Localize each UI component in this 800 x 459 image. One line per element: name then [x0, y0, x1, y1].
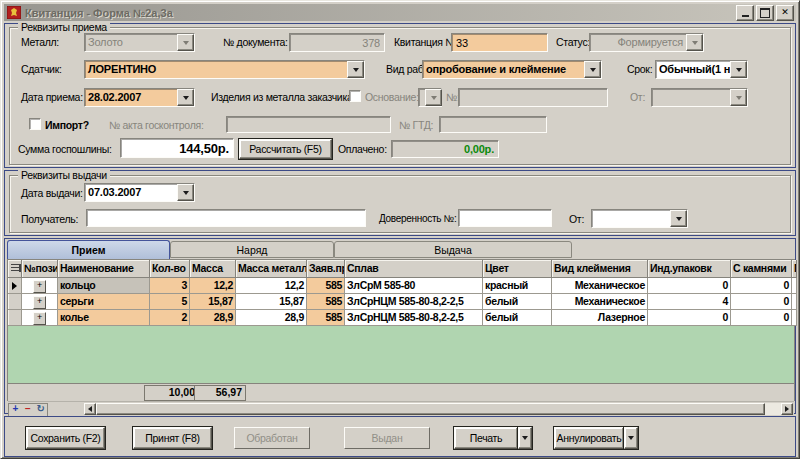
- chevron-down-icon[interactable]: [730, 61, 747, 78]
- expand-row-button[interactable]: +: [33, 312, 46, 325]
- cell-stamping[interactable]: Механическое: [552, 294, 648, 310]
- chevron-down-icon[interactable]: [347, 61, 364, 78]
- col-stamping[interactable]: Вид клеймения: [552, 260, 648, 278]
- annul-dropdown-button[interactable]: [624, 427, 638, 449]
- table-row[interactable]: + колье 2 28,9 28,9 585 ЗлСрНЦМ 585-80-8…: [8, 310, 794, 326]
- chevron-down-icon[interactable]: [177, 89, 194, 106]
- reception-date-picker[interactable]: 28.02.2007: [84, 88, 195, 107]
- cell-stones[interactable]: 0: [731, 310, 792, 326]
- cell-alloy[interactable]: ЗлСрМ 585-80: [345, 278, 483, 294]
- cell-metal-mass[interactable]: 12,2: [236, 278, 307, 294]
- cell-alloy[interactable]: ЗлСрНЦМ 585-80-8,2-2,5: [345, 310, 483, 326]
- add-row-icon[interactable]: +: [9, 404, 22, 416]
- grid-panel: Прием Наряд Выдача №пози Наименование Ко…: [4, 238, 796, 414]
- col-stones[interactable]: С камнями: [731, 260, 792, 278]
- state-control-act-field: [226, 116, 391, 133]
- print-button-label: Печать: [470, 432, 503, 444]
- col-mass[interactable]: Масса: [190, 260, 236, 278]
- cell-stamping[interactable]: Механическое: [552, 278, 648, 294]
- items-grid: №пози Наименование Кол-во Масса Масса ме…: [7, 259, 795, 401]
- cell-mass[interactable]: 28,9: [190, 310, 236, 326]
- cell-name[interactable]: колье: [58, 310, 150, 326]
- import-label: Импорт?: [45, 119, 89, 131]
- proxy-number-field[interactable]: [458, 209, 552, 227]
- sdatchik-combobox[interactable]: ЛОРЕНТИНО: [84, 60, 365, 79]
- maximize-button[interactable]: [756, 5, 774, 21]
- cell-packing[interactable]: 0: [648, 278, 731, 294]
- issue-from-combobox[interactable]: [591, 209, 688, 228]
- col-packing[interactable]: Инд.упаковк: [648, 260, 731, 278]
- print-button[interactable]: Печать: [454, 427, 518, 449]
- cell-color[interactable]: белый: [483, 310, 552, 326]
- cell-proba[interactable]: 585: [307, 294, 345, 310]
- cell-color[interactable]: белый: [483, 294, 552, 310]
- recipient-field[interactable]: [86, 209, 366, 227]
- col-alloy[interactable]: Сплав: [345, 260, 483, 278]
- cell-packing[interactable]: 4: [648, 294, 731, 310]
- current-row-icon: [12, 282, 17, 290]
- customer-metal-checkbox[interactable]: [349, 90, 361, 102]
- grid-corner-cell[interactable]: [8, 260, 22, 278]
- arrow-right-icon: [785, 406, 789, 412]
- close-button[interactable]: ✕: [776, 5, 794, 21]
- title-bar[interactable]: Квитанция - Форма №2а,3а ✕: [4, 4, 796, 21]
- print-dropdown-button[interactable]: [518, 427, 532, 449]
- scroll-left-button[interactable]: [84, 403, 96, 415]
- cell-qty[interactable]: 3: [150, 278, 190, 294]
- processed-button: Обработан: [234, 427, 310, 449]
- col-extra[interactable]: П: [792, 260, 797, 278]
- cell-mass[interactable]: 12,2: [190, 278, 236, 294]
- horizontal-scrollbar[interactable]: [84, 403, 793, 415]
- maximize-icon: [760, 8, 770, 18]
- expand-row-button[interactable]: +: [33, 296, 46, 309]
- work-type-combobox[interactable]: опробование и клеймение: [422, 60, 602, 79]
- col-position[interactable]: №пози: [22, 260, 58, 278]
- scroll-right-button[interactable]: [781, 403, 793, 415]
- cell-stamping[interactable]: Лазерное: [552, 310, 648, 326]
- chevron-down-icon[interactable]: [584, 61, 601, 78]
- col-color[interactable]: Цвет: [483, 260, 552, 278]
- tab-reception[interactable]: Прием: [7, 240, 170, 259]
- cell-mass[interactable]: 15,87: [190, 294, 236, 310]
- calculate-button[interactable]: Рассчитать (F5): [239, 139, 332, 159]
- cell-qty[interactable]: 2: [150, 310, 190, 326]
- chevron-down-icon[interactable]: [177, 184, 194, 201]
- refresh-icon[interactable]: ↻: [34, 404, 47, 416]
- annul-button[interactable]: Аннулировать: [554, 427, 624, 449]
- import-checkbox[interactable]: [29, 118, 41, 130]
- chevron-down-icon[interactable]: [670, 210, 687, 227]
- cell-proba[interactable]: 585: [307, 310, 345, 326]
- accept-button[interactable]: Принят (F8): [133, 427, 212, 449]
- cell-proba[interactable]: 585: [307, 278, 345, 294]
- table-row[interactable]: + серьги 5 15,87 15,87 585 ЗлСрНЦМ 585-8…: [8, 294, 794, 310]
- cell-color[interactable]: красный: [483, 278, 552, 294]
- minimize-button[interactable]: [736, 5, 754, 21]
- tab-issue[interactable]: Выдача: [334, 241, 572, 258]
- save-button[interactable]: Сохранить (F2): [26, 427, 105, 449]
- status-value: Формируется: [590, 34, 686, 51]
- term-combobox[interactable]: Обычный(1 недел: [655, 60, 748, 79]
- cell-stones[interactable]: 0: [731, 278, 792, 294]
- cell-name[interactable]: кольцо: [58, 278, 150, 294]
- tab-order[interactable]: Наряд: [170, 241, 334, 258]
- cell-metal-mass[interactable]: 15,87: [236, 294, 307, 310]
- col-proba[interactable]: Заяв.проб: [307, 260, 345, 278]
- issue-date-picker[interactable]: 07.03.2007: [84, 183, 195, 202]
- table-row[interactable]: + кольцо 3 12,2 12,2 585 ЗлСрМ 585-80 кр…: [8, 278, 794, 294]
- cell-name[interactable]: серьги: [58, 294, 150, 310]
- document-number-label: № документа:: [223, 36, 288, 48]
- delete-row-icon[interactable]: −: [22, 404, 35, 416]
- chevron-down-icon: [425, 89, 442, 106]
- col-qty[interactable]: Кол-во: [150, 260, 190, 278]
- cell-packing[interactable]: 0: [648, 310, 731, 326]
- expand-row-button[interactable]: +: [33, 280, 46, 293]
- duty-sum-field[interactable]: [120, 138, 234, 158]
- cell-stones[interactable]: 0: [731, 294, 792, 310]
- receipt-number-field[interactable]: [451, 33, 548, 52]
- cell-alloy[interactable]: ЗлСрНЦМ 585-80-8,2-2,5: [345, 294, 483, 310]
- cell-metal-mass[interactable]: 28,9: [236, 310, 307, 326]
- col-name[interactable]: Наименование: [58, 260, 150, 278]
- col-metal-mass[interactable]: Масса металл: [236, 260, 307, 278]
- scrollbar-thumb[interactable]: [96, 403, 765, 415]
- cell-qty[interactable]: 5: [150, 294, 190, 310]
